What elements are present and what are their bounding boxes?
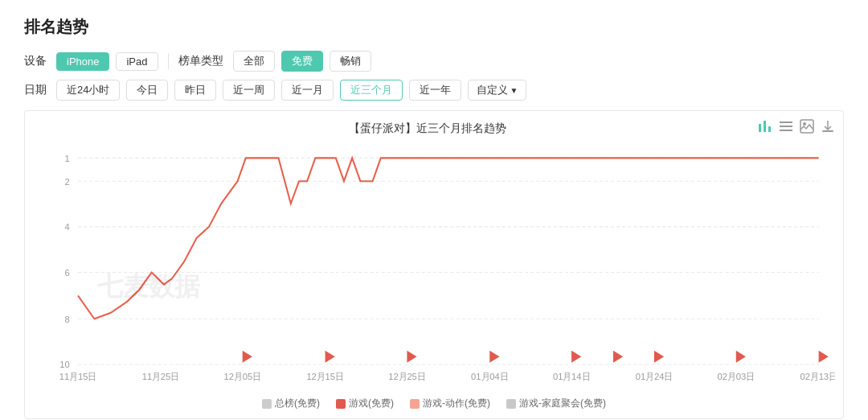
legend-item-action: 游戏-动作(免费) (410, 397, 490, 410)
image-icon[interactable] (800, 119, 814, 138)
svg-text:12月25日: 12月25日 (388, 372, 425, 381)
date-filter-row: 日期 近24小时 今日 昨日 近一周 近一月 近三个月 近一年 自定义 ▼ (24, 80, 844, 101)
download-icon[interactable] (821, 119, 835, 138)
device-label: 设备 (24, 54, 47, 68)
chart-header: 【蛋仔派对】近三个月排名趋势 (33, 119, 835, 138)
btn-3month[interactable]: 近三个月 (340, 80, 403, 101)
bar-chart-icon[interactable] (758, 119, 772, 138)
svg-rect-3 (780, 121, 792, 123)
chart-svg-wrap: 七麦数据 .grid-line { stroke: #e8e8e8; strok… (33, 141, 835, 390)
btn-iphone[interactable]: iPhone (56, 52, 109, 71)
legend-label-family: 游戏-家庭聚会(免费) (519, 397, 606, 410)
flag-markers (243, 351, 829, 363)
svg-point-7 (803, 122, 806, 126)
btn-all[interactable]: 全部 (233, 51, 275, 72)
btn-free[interactable]: 免费 (281, 51, 323, 72)
btn-ipad[interactable]: iPad (116, 52, 158, 71)
svg-marker-37 (654, 351, 664, 363)
legend-label-game: 游戏(免费) (349, 397, 394, 410)
ranking-chart: .grid-line { stroke: #e8e8e8; stroke-wid… (33, 141, 835, 390)
svg-rect-1 (764, 121, 766, 132)
svg-text:01月14日: 01月14日 (553, 372, 590, 381)
svg-marker-32 (326, 351, 335, 363)
svg-marker-38 (736, 351, 746, 363)
legend-dot-game (336, 399, 346, 409)
svg-text:12月15日: 12月15日 (306, 372, 343, 381)
svg-rect-5 (780, 130, 792, 131)
svg-text:01月04日: 01月04日 (471, 372, 508, 381)
svg-rect-4 (780, 126, 792, 127)
svg-text:4: 4 (65, 222, 71, 232)
legend-label-total: 总榜(免费) (275, 397, 320, 410)
btn-yesterday[interactable]: 昨日 (174, 80, 216, 101)
svg-text:6: 6 (65, 268, 70, 278)
svg-rect-2 (768, 126, 771, 132)
btn-year[interactable]: 近一年 (409, 80, 461, 101)
svg-rect-0 (759, 124, 761, 132)
legend-item-family: 游戏-家庭聚会(免费) (506, 397, 606, 410)
svg-text:10: 10 (59, 360, 69, 369)
svg-marker-33 (407, 351, 416, 363)
legend-dot-family (506, 399, 516, 409)
legend-item-game: 游戏(免费) (336, 397, 394, 410)
legend-dot-action (410, 399, 420, 409)
chevron-down-icon: ▼ (510, 86, 518, 95)
chart-icon-buttons (758, 119, 835, 138)
btn-today[interactable]: 今日 (126, 80, 168, 101)
page-title: 排名趋势 (24, 16, 844, 38)
svg-text:02月13日: 02月13日 (800, 372, 835, 381)
svg-marker-35 (571, 351, 581, 363)
chart-area: 【蛋仔派对】近三个月排名趋势 七麦数据 (24, 110, 844, 419)
btn-week[interactable]: 近一周 (223, 80, 275, 101)
svg-text:01月24日: 01月24日 (636, 372, 673, 381)
svg-text:02月03日: 02月03日 (718, 372, 755, 381)
btn-24h[interactable]: 近24小时 (56, 80, 120, 101)
legend-dot-total (262, 399, 272, 409)
svg-text:2: 2 (65, 176, 70, 186)
custom-label: 自定义 (477, 83, 508, 97)
svg-marker-34 (489, 351, 499, 363)
svg-text:1: 1 (65, 153, 70, 163)
svg-text:12月05日: 12月05日 (224, 372, 261, 381)
divider (168, 53, 169, 69)
svg-text:11月15日: 11月15日 (59, 372, 96, 381)
list-icon[interactable] (779, 119, 793, 138)
btn-month[interactable]: 近一月 (281, 80, 334, 101)
btn-bestseller[interactable]: 畅销 (330, 51, 371, 72)
svg-text:8: 8 (65, 314, 70, 323)
svg-marker-36 (613, 351, 623, 363)
date-label: 日期 (24, 83, 47, 97)
svg-text:11月25日: 11月25日 (142, 372, 179, 381)
legend-item-total: 总榜(免费) (262, 397, 320, 410)
chart-title: 【蛋仔派对】近三个月排名趋势 (97, 121, 758, 136)
legend-label-action: 游戏-动作(免费) (423, 397, 490, 410)
page-container: 排名趋势 设备 iPhone iPad 榜单类型 全部 免费 畅销 日期 近24… (0, 0, 868, 420)
device-filter-row: 设备 iPhone iPad 榜单类型 全部 免费 畅销 (24, 51, 844, 72)
btn-custom[interactable]: 自定义 ▼ (468, 80, 526, 101)
chart-legend: 总榜(免费) 游戏(免费) 游戏-动作(免费) 游戏-家庭聚会(免费) (33, 390, 835, 418)
svg-rect-8 (822, 130, 833, 132)
svg-marker-39 (819, 351, 829, 363)
svg-marker-31 (243, 351, 252, 363)
chart-type-label: 榜单类型 (178, 54, 223, 68)
